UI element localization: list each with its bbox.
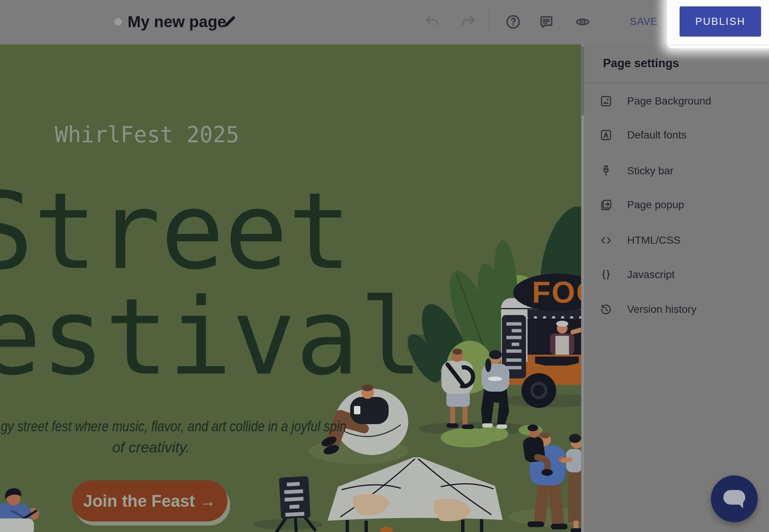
pencil-icon bbox=[221, 14, 237, 30]
popup-icon bbox=[599, 198, 613, 212]
hero-subtitle-line1: gy street fest where music, flavor, and … bbox=[1, 418, 346, 435]
sidebar-item-html-css[interactable]: HTML/CSS bbox=[581, 228, 769, 252]
sidebar-item-label: Version history bbox=[627, 303, 697, 315]
hero-eyebrow: WhirlFest 2025 bbox=[55, 122, 239, 148]
pin-icon bbox=[599, 164, 613, 178]
sidebar-item-version-history[interactable]: Version history bbox=[581, 297, 769, 321]
image-icon bbox=[599, 94, 613, 108]
save-button[interactable]: SAVE bbox=[629, 16, 659, 28]
history-icon bbox=[599, 303, 613, 316]
preview-button[interactable] bbox=[574, 14, 591, 30]
page-title: My new page bbox=[128, 13, 226, 31]
eye-icon bbox=[575, 14, 591, 30]
editor-toolbar: My new page bbox=[0, 0, 769, 45]
help-icon bbox=[505, 14, 521, 30]
hero-heading-line1: Street bbox=[0, 178, 351, 284]
sidebar-item-default-fonts[interactable]: Default fonts bbox=[581, 123, 769, 147]
sidebar-item-label: Sticky bar bbox=[627, 165, 674, 177]
page-settings-panel: Page settings Page Background Default fo… bbox=[581, 45, 769, 532]
truck-sign-text: FOO bbox=[532, 275, 581, 309]
hero-subtitle-line2: of creativity. bbox=[0, 439, 302, 456]
canopy-tent bbox=[328, 457, 503, 532]
hero-heading-line2: Festival bbox=[0, 284, 423, 390]
braces-icon bbox=[599, 268, 613, 281]
chat-bubble-icon bbox=[721, 487, 747, 510]
chat-launcher-button[interactable] bbox=[711, 475, 758, 522]
redo-icon bbox=[460, 14, 476, 30]
sidebar-divider bbox=[581, 82, 769, 83]
sidebar-scrollbar-track bbox=[581, 45, 584, 532]
comments-button[interactable] bbox=[538, 14, 555, 30]
help-button[interactable] bbox=[505, 14, 521, 30]
sidebar-item-page-background[interactable]: Page Background bbox=[581, 89, 769, 113]
seated-artist bbox=[0, 488, 39, 532]
code-icon bbox=[599, 234, 613, 247]
sidebar-item-label: HTML/CSS bbox=[627, 234, 681, 246]
sidebar-item-label: Default fonts bbox=[627, 129, 686, 141]
sidebar-item-label: Javascript bbox=[627, 269, 675, 281]
page-canvas: FOO bbox=[0, 45, 581, 532]
page-builder-window: FOO bbox=[0, 0, 769, 532]
undo-button[interactable] bbox=[424, 14, 441, 30]
toolbar-divider bbox=[489, 11, 490, 33]
edit-title-button[interactable] bbox=[221, 14, 238, 30]
join-the-feast-button[interactable]: Join the Feast → bbox=[72, 480, 228, 521]
page-settings-title: Page settings bbox=[603, 57, 679, 70]
toolbar-bottom-border bbox=[669, 45, 769, 45]
publish-button[interactable]: PUBLISH bbox=[680, 6, 761, 37]
sidebar-item-sticky-bar[interactable]: Sticky bar bbox=[581, 159, 769, 183]
font-icon bbox=[599, 128, 613, 142]
sidebar-item-label: Page popup bbox=[627, 199, 684, 211]
comment-icon bbox=[538, 14, 554, 30]
redo-button[interactable] bbox=[460, 14, 476, 30]
sidebar-item-page-popup[interactable]: Page popup bbox=[581, 193, 769, 217]
sidebar-item-label: Page Background bbox=[627, 95, 711, 107]
status-dot bbox=[114, 18, 122, 26]
sidebar-item-javascript[interactable]: Javascript bbox=[581, 263, 769, 287]
undo-icon bbox=[424, 14, 440, 30]
